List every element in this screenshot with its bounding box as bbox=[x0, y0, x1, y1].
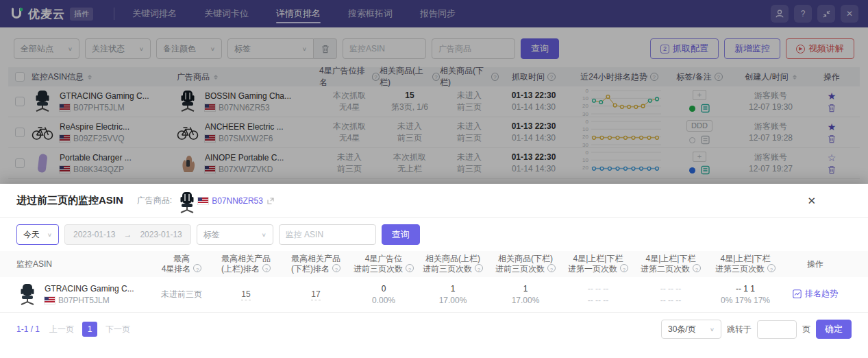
chevron-down-icon: ∨ bbox=[261, 232, 266, 238]
modal-table-header: 监控ASIN 最高4星排名? 最高相关产品(上栏)排名? 最高相关产品(下栏)排… bbox=[0, 251, 868, 277]
page2-cell: -- -- ---- -- -- bbox=[634, 283, 707, 307]
info-icon[interactable]: ? bbox=[406, 264, 414, 272]
star-top3-cell: 00.00% bbox=[351, 283, 417, 307]
lower-top3-cell: 117.00% bbox=[489, 283, 562, 307]
external-link-icon[interactable] bbox=[266, 197, 275, 205]
mheader-page2: 4星|上栏|下栏进第二页次数? bbox=[634, 254, 707, 274]
modal-filter-bar: 今天∨ 2023-01-13 → 2023-01-13 标签∨ 查询 bbox=[0, 218, 868, 251]
date-from: 2023-01-13 bbox=[73, 230, 115, 239]
product-image bbox=[16, 283, 38, 307]
modal-query-button[interactable]: 查询 bbox=[382, 224, 420, 245]
date-preset-select[interactable]: 今天∨ bbox=[16, 224, 59, 245]
mheader-page1: 4星|上栏|下栏进第一页次数? bbox=[562, 254, 634, 274]
info-icon[interactable]: ? bbox=[193, 264, 201, 272]
mheader-best-upper: 最高相关产品(上栏)排名? bbox=[211, 254, 281, 274]
info-icon[interactable]: ? bbox=[547, 264, 556, 272]
chevron-down-icon: ∨ bbox=[710, 326, 715, 333]
upper-top3-cell: 117.00% bbox=[417, 283, 489, 307]
mheader-ops: 操作 bbox=[784, 259, 847, 270]
best-lower-cell: 17 bbox=[281, 289, 351, 300]
mheader-star-top3: 4星广告位进前三页次数? bbox=[351, 254, 417, 274]
ad-product-label: 广告商品: bbox=[137, 195, 172, 206]
us-flag-icon bbox=[198, 198, 208, 204]
info-icon[interactable]: ? bbox=[475, 264, 483, 272]
confirm-button[interactable]: 确定 bbox=[816, 320, 852, 339]
page-number-button[interactable]: 1 bbox=[82, 322, 97, 337]
us-flag-icon bbox=[45, 297, 55, 304]
mheader-best-lower: 最高相关产品(下栏)排名? bbox=[281, 254, 351, 274]
asin-title: GTRACING Gaming C... bbox=[45, 284, 134, 294]
page-unit-label: 页 bbox=[802, 324, 810, 335]
modal-tag-select[interactable]: 标签∨ bbox=[197, 224, 273, 245]
mheader-best-star: 最高4星排名? bbox=[152, 254, 211, 274]
next-page-button[interactable]: 下一页 bbox=[106, 324, 130, 335]
date-range-picker[interactable]: 2023-01-13 → 2023-01-13 bbox=[64, 224, 191, 245]
info-icon[interactable]: ? bbox=[620, 264, 628, 272]
mheader-asin: 监控ASIN bbox=[16, 259, 152, 270]
modal-asin-input[interactable] bbox=[279, 224, 376, 245]
asin-code: B07PHT5JLM bbox=[45, 296, 134, 305]
modal-close-icon[interactable]: ✕ bbox=[807, 195, 816, 207]
arrow-right-icon: → bbox=[123, 230, 132, 239]
row-actions-cell: 排名趋势 bbox=[784, 288, 847, 302]
ad-asin-link[interactable]: B07NN6ZR53 bbox=[212, 196, 263, 206]
modal-header: 进过前三页的监控ASIN 广告商品: B07NN6ZR53 bbox=[0, 184, 868, 218]
best-star-cell: 未进前三页 bbox=[152, 289, 211, 300]
top3-asin-modal: 进过前三页的监控ASIN 广告商品: B07NN6ZR53 ✕ 今天∨ 2023… bbox=[0, 184, 868, 358]
ad-product-image bbox=[177, 191, 194, 211]
pagination-range: 1-1 / 1 bbox=[16, 324, 40, 334]
mheader-page3: 4星|上栏|下栏进第三页次数? bbox=[707, 254, 784, 274]
page3-cell: -- 1 10% 17% 17% bbox=[707, 283, 784, 307]
page-size-select[interactable]: 30条/页∨ bbox=[661, 320, 721, 339]
rank-trend-link[interactable]: 排名趋势 bbox=[793, 288, 838, 300]
chart-icon bbox=[793, 289, 802, 298]
modal-table-row: GTRACING Gaming C...B07PHT5JLM 未进前三页 15 … bbox=[0, 277, 868, 313]
mheader-upper-top3: 相关商品(上栏)进前三页次数? bbox=[417, 254, 489, 274]
modal-title: 进过前三页的监控ASIN bbox=[16, 194, 123, 207]
pagination-bar: 1-1 / 1 上一页 1 下一页 30条/页∨ 跳转于 页 确定 bbox=[0, 313, 868, 346]
page1-cell: -- -- ---- -- -- bbox=[562, 283, 634, 307]
info-icon[interactable]: ? bbox=[693, 264, 701, 272]
mheader-lower-top3: 相关商品(下栏)进前三页次数? bbox=[489, 254, 562, 274]
prev-page-button[interactable]: 上一页 bbox=[49, 324, 74, 335]
info-icon[interactable]: ? bbox=[767, 264, 776, 272]
date-to: 2023-01-13 bbox=[140, 230, 182, 239]
jump-page-input[interactable] bbox=[757, 320, 797, 339]
jump-label: 跳转于 bbox=[727, 324, 752, 335]
modal-mask[interactable] bbox=[0, 0, 868, 184]
info-icon[interactable]: ? bbox=[262, 264, 271, 272]
info-icon[interactable]: ? bbox=[332, 264, 340, 272]
chevron-down-icon: ∨ bbox=[47, 232, 52, 238]
best-upper-cell: 15 bbox=[211, 289, 281, 300]
